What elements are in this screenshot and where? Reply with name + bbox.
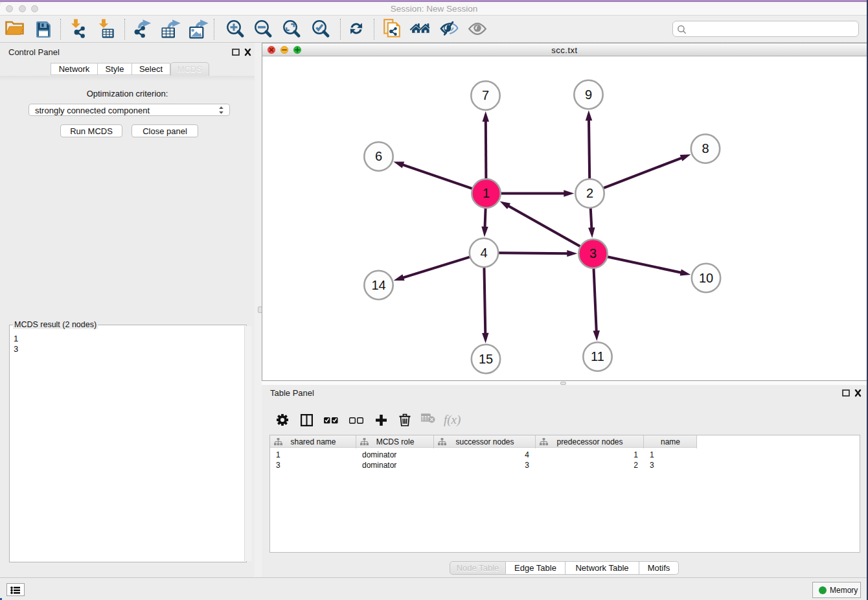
svg-text:10: 10 xyxy=(699,270,713,284)
svg-text:9: 9 xyxy=(585,87,592,101)
svg-text:15: 15 xyxy=(479,351,493,365)
svg-text:f(x): f(x) xyxy=(444,413,461,427)
svg-text:3: 3 xyxy=(589,246,597,260)
svg-text:4: 4 xyxy=(480,245,487,259)
svg-text:8: 8 xyxy=(702,141,709,156)
svg-text:2: 2 xyxy=(586,186,593,200)
svg-text:6: 6 xyxy=(375,149,382,163)
svg-text:1: 1 xyxy=(483,186,490,200)
svg-text:11: 11 xyxy=(591,349,604,363)
svg-text:14: 14 xyxy=(371,277,385,292)
svg-text:7: 7 xyxy=(482,88,489,102)
